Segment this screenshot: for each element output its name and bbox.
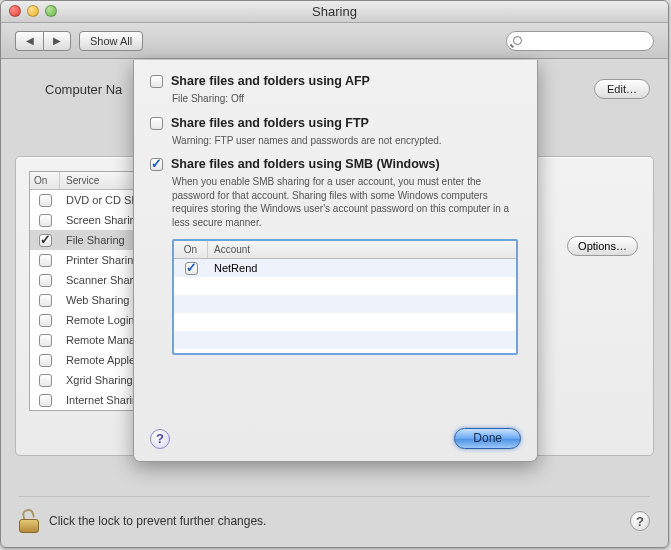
account-row	[174, 313, 516, 331]
back-button[interactable]: ◀	[15, 31, 43, 51]
ftp-checkbox[interactable]	[150, 117, 163, 130]
window-controls	[9, 5, 57, 17]
show-all-button[interactable]: Show All	[79, 31, 143, 51]
toolbar: ◀ ▶ Show All	[1, 23, 668, 59]
nav-buttons: ◀ ▶	[15, 31, 71, 51]
search-field[interactable]	[506, 31, 654, 51]
ftp-sub: Warning: FTP user names and passwords ar…	[172, 134, 521, 148]
afp-sub: File Sharing: Off	[172, 92, 521, 106]
ftp-label: Share files and folders using FTP	[171, 116, 369, 130]
close-window-button[interactable]	[9, 5, 21, 17]
minimize-window-button[interactable]	[27, 5, 39, 17]
service-checkbox[interactable]	[39, 234, 52, 247]
service-checkbox[interactable]	[39, 374, 52, 387]
service-checkbox[interactable]	[39, 194, 52, 207]
account-checkbox[interactable]	[185, 262, 198, 275]
zoom-window-button[interactable]	[45, 5, 57, 17]
account-row	[174, 277, 516, 295]
done-button[interactable]: Done	[454, 428, 521, 449]
sheet-help-button[interactable]: ?	[150, 429, 170, 449]
afp-checkbox[interactable]	[150, 75, 163, 88]
lock-icon[interactable]	[19, 509, 39, 533]
service-checkbox[interactable]	[39, 394, 52, 407]
sharing-prefpane-window: Sharing ◀ ▶ Show All Computer Na Edit… C…	[0, 0, 669, 548]
search-input[interactable]	[517, 34, 659, 48]
accounts-header-on: On	[174, 241, 208, 258]
window-title: Sharing	[312, 4, 357, 19]
lock-text: Click the lock to prevent further change…	[49, 514, 266, 528]
options-button[interactable]: Options…	[567, 236, 638, 256]
service-checkbox[interactable]	[39, 254, 52, 267]
titlebar: Sharing	[1, 1, 668, 23]
service-checkbox[interactable]	[39, 354, 52, 367]
accounts-header: On Account	[174, 241, 516, 259]
service-checkbox[interactable]	[39, 294, 52, 307]
services-header-on: On	[30, 172, 60, 189]
accounts-table: On Account NetRend	[172, 239, 518, 355]
account-row	[174, 295, 516, 313]
options-sheet: Share files and folders using AFP File S…	[133, 60, 538, 462]
edit-name-button[interactable]: Edit…	[594, 79, 650, 99]
forward-button[interactable]: ▶	[43, 31, 71, 51]
service-checkbox[interactable]	[39, 314, 52, 327]
accounts-header-account: Account	[208, 241, 516, 258]
account-name: NetRend	[208, 262, 516, 274]
help-button[interactable]: ?	[630, 511, 650, 531]
lock-bar: Click the lock to prevent further change…	[19, 496, 650, 533]
smb-sub: When you enable SMB sharing for a user a…	[172, 175, 521, 229]
smb-checkbox[interactable]	[150, 158, 163, 171]
service-checkbox[interactable]	[39, 274, 52, 287]
computer-name-label: Computer Na	[45, 82, 122, 97]
account-row	[174, 331, 516, 349]
afp-label: Share files and folders using AFP	[171, 74, 370, 88]
service-checkbox[interactable]	[39, 334, 52, 347]
account-row[interactable]: NetRend	[174, 259, 516, 277]
smb-label: Share files and folders using SMB (Windo…	[171, 157, 440, 171]
service-checkbox[interactable]	[39, 214, 52, 227]
